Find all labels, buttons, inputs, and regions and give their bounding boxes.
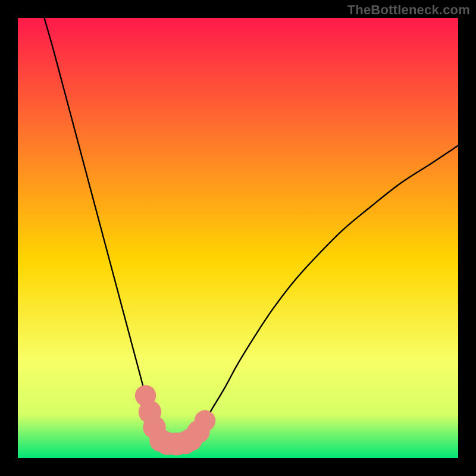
chart-frame: TheBottleneck.com — [0, 0, 476, 476]
attribution-label: TheBottleneck.com — [347, 2, 470, 18]
bottleneck-chart — [18, 18, 458, 458]
plot-area — [18, 18, 458, 458]
marker-right-knee-upper — [195, 410, 216, 431]
gradient-background — [18, 18, 458, 458]
